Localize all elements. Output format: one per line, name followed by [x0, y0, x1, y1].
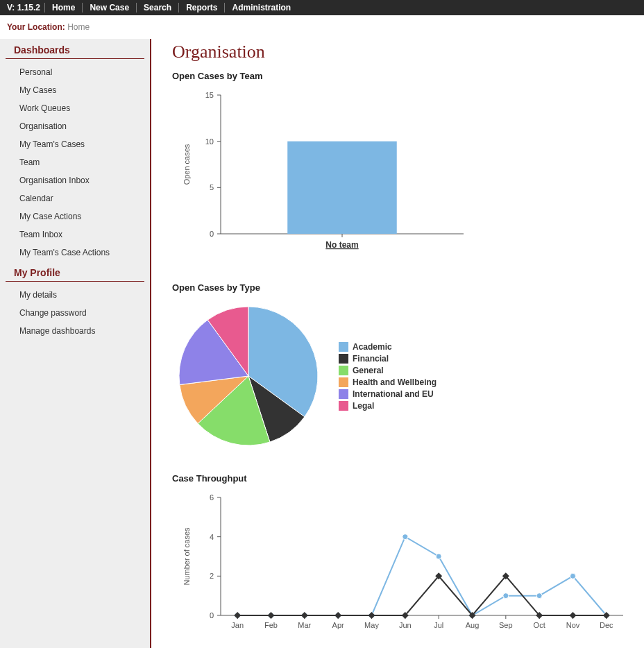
svg-text:2: 2 [210, 572, 214, 580]
svg-text:5: 5 [210, 183, 214, 191]
legend-swatch [339, 389, 348, 399]
legend-swatch [339, 401, 348, 411]
chart-open-cases-by-type: Open Cases by Type AcademicFinancialGene… [172, 282, 630, 452]
legend-label: Health and Wellbeing [353, 377, 437, 387]
svg-text:6: 6 [210, 493, 214, 502]
svg-text:Mar: Mar [298, 621, 311, 629]
sidebar-heading-my-profile: My Profile [6, 262, 144, 282]
line-chart-svg: 0246Number of casesJanFebMarAprMayJunJul… [172, 491, 630, 636]
legend-swatch [339, 366, 348, 375]
sidebar-item-manage-dashboards[interactable]: Manage dashboards [0, 322, 150, 340]
pie-legend-item[interactable]: Academic [339, 342, 437, 352]
chart-case-throughput: Case Throughput 0246Number of casesJanFe… [172, 473, 630, 648]
top-nav: V: 1.15.2 Home New Case Search Reports A… [0, 0, 644, 15]
version-label: V: 1.15.2 [7, 3, 40, 12]
breadcrumb-value[interactable]: Home [67, 22, 90, 32]
svg-point-57 [503, 593, 509, 599]
pie-chart-svg [172, 300, 325, 452]
page-title: Organisation [172, 42, 630, 62]
legend-label: General [353, 366, 384, 375]
breadcrumb: Your Location: Home [0, 15, 644, 39]
svg-text:Jan: Jan [231, 621, 244, 629]
svg-text:Oct: Oct [534, 621, 545, 629]
legend-swatch [339, 377, 348, 387]
svg-text:0: 0 [210, 611, 214, 620]
svg-text:Jun: Jun [399, 621, 412, 629]
sidebar-item-calendar[interactable]: Calendar [0, 189, 150, 207]
svg-text:15: 15 [205, 91, 214, 99]
legend-label: Academic [353, 342, 392, 352]
svg-text:0: 0 [210, 230, 214, 238]
svg-text:Sep: Sep [499, 621, 513, 629]
legend-swatch [339, 354, 348, 364]
nav-administration[interactable]: Administration [224, 3, 298, 12]
nav-home[interactable]: Home [44, 3, 82, 12]
legend-label: International and EU [353, 389, 434, 399]
chart-open-cases-by-team: Open Cases by Team 051015Open casesNo te… [172, 71, 630, 262]
sidebar-item-organisation[interactable]: Organisation [0, 117, 150, 135]
nav-new-case[interactable]: New Case [82, 3, 136, 12]
sidebar-item-organisation-inbox[interactable]: Organisation Inbox [0, 171, 150, 189]
svg-text:4: 4 [210, 533, 214, 541]
sidebar-heading-dashboards: Dashboards [6, 39, 144, 59]
sidebar-item-personal[interactable]: Personal [0, 63, 150, 81]
svg-text:May: May [364, 621, 379, 629]
chart1-title: Open Cases by Team [172, 71, 630, 81]
legend-swatch [339, 342, 348, 352]
bar-chart-svg: 051015Open casesNo team [172, 88, 471, 262]
svg-text:Open cases: Open cases [183, 144, 191, 185]
pie-chart-legend: AcademicFinancialGeneralHealth and Wellb… [339, 340, 437, 413]
sidebar-item-my-cases[interactable]: My Cases [0, 81, 150, 99]
sidebar-item-team-inbox[interactable]: Team Inbox [0, 225, 150, 244]
svg-text:Nov: Nov [566, 621, 580, 629]
svg-text:Feb: Feb [264, 621, 278, 629]
legend-label: Legal [353, 401, 374, 411]
sidebar-item-team[interactable]: Team [0, 153, 150, 171]
svg-text:Number of cases: Number of cases [183, 527, 191, 586]
svg-text:Dec: Dec [600, 621, 613, 629]
svg-point-58 [536, 593, 542, 599]
pie-legend-item[interactable]: General [339, 366, 437, 375]
svg-point-54 [402, 534, 408, 540]
nav-search[interactable]: Search [136, 3, 178, 12]
chart2-title: Open Cases by Type [172, 282, 630, 293]
pie-legend-item[interactable]: Legal [339, 401, 437, 411]
sidebar-item-work-queues[interactable]: Work Queues [0, 99, 150, 117]
pie-legend-item[interactable]: Financial [339, 354, 437, 364]
sidebar-item-my-details[interactable]: My details [0, 286, 150, 304]
sidebar: Dashboards Personal My Cases Work Queues… [0, 39, 151, 648]
svg-text:No team: No team [325, 240, 358, 250]
pie-legend-item[interactable]: International and EU [339, 389, 437, 399]
sidebar-item-my-teams-case-actions[interactable]: My Team's Case Actions [0, 244, 150, 262]
svg-text:Jul: Jul [434, 621, 443, 629]
nav-reports[interactable]: Reports [178, 3, 224, 12]
legend-label: Financial [353, 354, 389, 364]
breadcrumb-label: Your Location: [7, 22, 65, 32]
sidebar-item-change-password[interactable]: Change password [0, 304, 150, 322]
sidebar-item-my-teams-cases[interactable]: My Team's Cases [0, 135, 150, 153]
svg-text:10: 10 [205, 137, 214, 146]
svg-text:Apr: Apr [332, 621, 344, 629]
chart3-title: Case Throughput [172, 473, 630, 484]
pie-legend-item[interactable]: Health and Wellbeing [339, 377, 437, 387]
svg-point-59 [570, 573, 576, 579]
main-content: Organisation Open Cases by Team 051015Op… [151, 39, 644, 648]
svg-point-55 [436, 554, 441, 559]
svg-rect-11 [287, 142, 397, 234]
sidebar-item-my-case-actions[interactable]: My Case Actions [0, 207, 150, 225]
svg-text:Aug: Aug [466, 621, 480, 629]
